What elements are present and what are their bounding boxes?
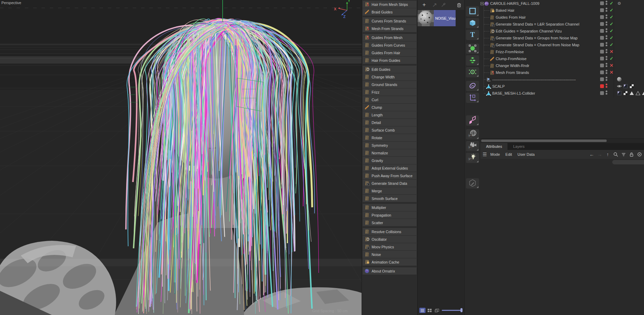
- object-label[interactable]: ----------------------------------------…: [492, 77, 576, 82]
- menu-item-guides-from-hair[interactable]: Guides From Hair: [363, 49, 417, 56]
- visibility-dots[interactable]: [606, 21, 607, 26]
- menu-item-guides-from-curves[interactable]: Guides From Curves: [363, 41, 417, 49]
- collapse-toggle-icon[interactable]: [480, 2, 484, 6]
- flag-icon[interactable]: [617, 90, 622, 96]
- enabled-check-icon[interactable]: ✓: [609, 21, 614, 28]
- null-axis-tool-button[interactable]: [466, 93, 479, 103]
- enabled-check-icon[interactable]: ✓: [609, 14, 614, 21]
- material-list-item[interactable]: NOISE_Visu: [418, 10, 456, 26]
- object-label[interactable]: Edit Guides = Separation Channel Vizu: [496, 29, 562, 33]
- tri-filled-icon[interactable]: [642, 90, 644, 96]
- menu-item-frizz[interactable]: Frizz: [363, 88, 417, 96]
- menu-item-surface-comb[interactable]: Surface Comb: [363, 126, 417, 134]
- menu-item-curl[interactable]: Curl: [363, 96, 417, 103]
- object-label[interactable]: Generate Strand Data = Channel from Nois…: [496, 43, 579, 47]
- visibility-dots[interactable]: [606, 70, 607, 74]
- hamburger-menu-icon[interactable]: ☰: [483, 152, 487, 157]
- enabled-check-icon[interactable]: ✓: [609, 41, 614, 48]
- menu-item-hair-from-mesh-strips[interactable]: Hair From Mesh Strips: [363, 1, 417, 8]
- menu-item-resolve-collisions[interactable]: Resolve Collisions: [363, 228, 417, 235]
- quick-search-field[interactable]: [612, 160, 644, 164]
- search-icon[interactable]: [613, 152, 618, 157]
- lock-icon[interactable]: [629, 152, 634, 157]
- object-row-item[interactable]: ----------------------------------------…: [480, 76, 644, 83]
- layer-chip[interactable]: [600, 29, 604, 33]
- menu-item-length[interactable]: Length: [363, 111, 417, 118]
- visibility-dots[interactable]: [606, 35, 607, 39]
- menu-item-hair-from-guides[interactable]: Hair From Guides: [363, 57, 417, 64]
- object-row-scalp[interactable]: SCALP: [480, 83, 644, 90]
- attr-menu-edit[interactable]: Edit: [505, 152, 512, 156]
- menu-item-oscillator[interactable]: Oscillator: [363, 236, 417, 243]
- object-row-carole-hairs-fall-1009[interactable]: CAROLE-HAIRS_FALL-1009✓⚙: [480, 0, 644, 7]
- tab-attributes[interactable]: Attributes: [480, 143, 507, 150]
- up-icon[interactable]: ↑: [605, 152, 610, 157]
- tri-filled-icon[interactable]: [629, 90, 634, 96]
- object-row-baked-hair[interactable]: Baked Hair✓: [480, 7, 644, 14]
- visibility-dots[interactable]: [606, 77, 607, 81]
- disabled-cross-icon[interactable]: ✕: [609, 62, 614, 69]
- menu-item-detail[interactable]: Detail: [363, 119, 417, 126]
- disabled-cross-icon[interactable]: ✕: [609, 69, 614, 76]
- eye-icon[interactable]: [617, 84, 622, 89]
- generator-tool-button[interactable]: [466, 44, 479, 54]
- list-view-button[interactable]: [419, 308, 426, 313]
- visibility-dots[interactable]: [606, 42, 607, 46]
- visibility-dots[interactable]: [606, 56, 607, 60]
- checker-icon[interactable]: [623, 90, 628, 96]
- enabled-check-icon[interactable]: ✓: [609, 28, 614, 35]
- annotation-tool-button[interactable]: [466, 178, 479, 189]
- menu-item-push-away-from-surface[interactable]: Push Away From Surface: [363, 172, 417, 179]
- object-row-generate-strand-data-channel-from-noise-[interactable]: Generate Strand Data = Channel from Nois…: [480, 41, 644, 48]
- menu-item-curves-from-strands[interactable]: Curves From Strands: [363, 17, 417, 25]
- visibility-dots[interactable]: [606, 28, 607, 32]
- back-icon[interactable]: ←: [589, 152, 594, 157]
- gear-icon[interactable]: ⚙: [617, 1, 622, 6]
- enabled-check-icon[interactable]: ✓: [609, 55, 614, 62]
- target-icon[interactable]: [637, 152, 642, 157]
- object-row-generate-strand-data-l-r-separation-chan[interactable]: Generate Strand Data = L&R Separation Ch…: [480, 21, 644, 28]
- menu-item-rotate[interactable]: Rotate: [363, 134, 417, 141]
- tri-outline-icon[interactable]: [635, 90, 641, 96]
- menu-item-animation-cache[interactable]: Animation Cache: [363, 258, 417, 266]
- visibility-dots[interactable]: [606, 63, 607, 67]
- slider-handle[interactable]: [460, 308, 463, 312]
- enabled-check-icon[interactable]: ✓: [609, 35, 614, 41]
- object-label[interactable]: SCALP: [492, 84, 505, 88]
- visibility-dots[interactable]: [606, 49, 607, 53]
- volume-tool-button[interactable]: [466, 55, 479, 66]
- camera-view-label[interactable]: Perspective: [1, 1, 21, 5]
- layer-chip[interactable]: [600, 36, 604, 40]
- object-row-base-mesh-l1-collider[interactable]: BASE_MESH-L1-Collider: [480, 90, 644, 97]
- icon-view-button[interactable]: [434, 308, 440, 313]
- menu-item-clump[interactable]: Clump: [363, 104, 417, 111]
- menu-item-moov-physics[interactable]: Moov Physics: [363, 243, 417, 250]
- layer-chip[interactable]: [600, 91, 604, 95]
- object-row-guides-from-hair[interactable]: Guides From Hair✓: [480, 14, 644, 21]
- object-label[interactable]: Mesh From Strands: [496, 70, 529, 75]
- attr-menu-mode[interactable]: Mode: [491, 152, 500, 156]
- spline-tool-button[interactable]: [466, 6, 479, 17]
- object-row-clump-fromnoise[interactable]: Clump-FromNoise✓: [480, 55, 644, 62]
- layer-chip[interactable]: [600, 43, 604, 47]
- layer-chip[interactable]: [600, 70, 604, 74]
- light-tool-button[interactable]: ST: [466, 153, 479, 163]
- material-size-slider[interactable]: [442, 308, 463, 312]
- material-thumbnail[interactable]: [418, 10, 434, 26]
- menu-item-guides-from-mesh[interactable]: Guides From Mesh: [363, 34, 417, 41]
- disabled-cross-icon[interactable]: ✕: [609, 48, 614, 55]
- object-label[interactable]: Frizz-FromNoise: [496, 50, 524, 54]
- object-label[interactable]: Guides From Hair: [496, 15, 526, 19]
- trash-icon[interactable]: [455, 1, 463, 9]
- environment-tool-button[interactable]: ST: [466, 129, 479, 140]
- plus-icon[interactable]: +: [420, 1, 428, 9]
- object-row-frizz-fromnoise[interactable]: Frizz-FromNoise✕: [480, 48, 644, 55]
- object-label[interactable]: Generate Strand Data = L&R Separation Ch…: [496, 22, 579, 26]
- menu-item-braid-guides[interactable]: Braid Guides: [363, 8, 417, 16]
- visibility-dots[interactable]: [606, 90, 607, 95]
- mograph-tool-button[interactable]: [466, 115, 479, 126]
- menu-item-noise[interactable]: Noise: [363, 251, 417, 258]
- menu-item-generate-strand-data[interactable]: Generate Strand Data: [363, 180, 417, 187]
- object-label[interactable]: BASE_MESH-L1-Collider: [492, 91, 535, 95]
- checker-icon[interactable]: [629, 84, 634, 89]
